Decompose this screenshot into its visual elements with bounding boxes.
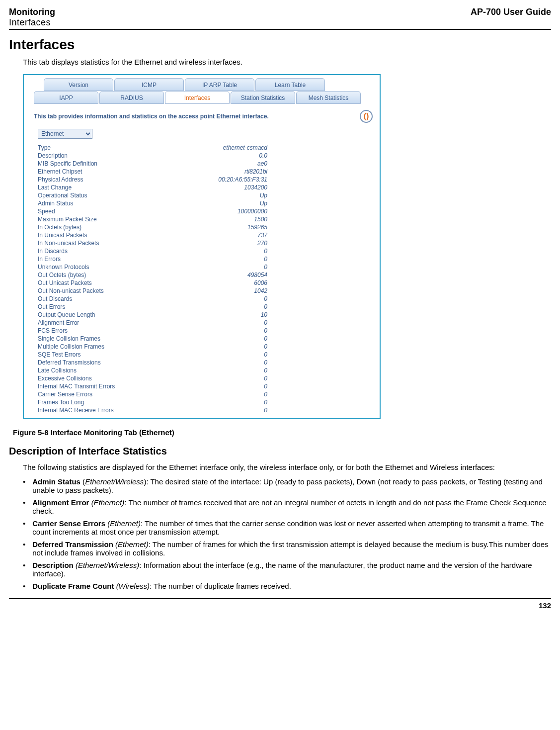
stat-row: Maximum Packet Size1500 [38, 215, 271, 223]
term: Description [32, 561, 74, 569]
list-item: Duplicate Frame Count (Wireless): The nu… [23, 582, 551, 590]
section-intro: This tab displays statistics for the Eth… [23, 58, 551, 66]
tab-description: This tab provides information and statis… [34, 113, 360, 120]
stat-row: Out Unicast Packets6006 [38, 279, 271, 287]
tab-row-2: IAPP RADIUS Interfaces Station Statistic… [24, 91, 380, 104]
tab-interfaces[interactable]: Interfaces [165, 91, 230, 104]
term: Alignment Error [32, 498, 89, 507]
bullet-list: Admin Status (Ethernet/Wireless): The de… [23, 477, 551, 590]
stat-row: Speed100000000 [38, 207, 271, 215]
header-right: AP-700 User Guide [471, 7, 551, 17]
stat-row: MIB Specific Definitionae0 [38, 160, 271, 168]
scope: (Ethernet) [91, 498, 125, 507]
stat-row: Unknown Protocols0 [38, 263, 271, 271]
stat-row: FCS Errors0 [38, 327, 271, 335]
subheading: Description of Interface Statistics [9, 446, 551, 457]
stat-row: Description0.0 [38, 152, 271, 160]
section-title: Interfaces [9, 37, 551, 53]
header-left-1: Monitoring [9, 7, 55, 17]
stat-row: Physical Address00:20:A6:55:F3:31 [38, 176, 271, 183]
list-item: Carrier Sense Errors (Ethernet): The num… [23, 519, 551, 536]
stat-row: In Non-unicast Packets270 [38, 239, 271, 247]
help-icon[interactable]: () [360, 110, 373, 123]
tab-radius[interactable]: RADIUS [99, 91, 164, 104]
term: Admin Status [32, 477, 80, 486]
interface-select[interactable]: Ethernet [38, 129, 92, 139]
stat-row: Out Errors0 [38, 303, 271, 311]
page-header: Monitoring Interfaces AP-700 User Guide [9, 7, 551, 30]
bullet-text: : The number of duplicate frames receive… [150, 582, 291, 590]
scope: (Wireless) [116, 582, 150, 590]
scope: (Ethernet/Wireless) [76, 561, 139, 569]
stat-row: Last Change1034200 [38, 183, 271, 191]
list-item: Deferred Transmission (Ethernet): The nu… [23, 540, 551, 557]
tab-mesh-statistics[interactable]: Mesh Statistics [296, 91, 361, 104]
tab-learn-table[interactable]: Learn Table [255, 78, 325, 91]
screenshot-panel: Version ICMP IP ARP Table Learn Table IA… [23, 74, 381, 419]
stat-row: In Unicast Packets737 [38, 231, 271, 239]
stat-row: Alignment Error0 [38, 319, 271, 327]
tab-ip-arp-table[interactable]: IP ARP Table [185, 78, 254, 91]
page-number: 132 [539, 601, 551, 610]
header-left-2: Interfaces [9, 17, 55, 28]
stat-row: Admin StatusUp [38, 199, 271, 207]
stat-row: Frames Too Long0 [38, 398, 271, 406]
tab-row-1: Version ICMP IP ARP Table Learn Table [24, 75, 380, 91]
scope: Ethernet/Wireless [85, 477, 144, 486]
tab-icmp[interactable]: ICMP [114, 78, 184, 91]
stat-row: Ethernet Chipsetrtl8201bl [38, 168, 271, 176]
stat-row: Carrier Sense Errors0 [38, 390, 271, 398]
list-item: Description (Ethernet/Wireless): Informa… [23, 561, 551, 578]
stat-row: In Discards0 [38, 247, 271, 255]
list-item: Admin Status (Ethernet/Wireless): The de… [23, 477, 551, 494]
stat-row: Out Octets (bytes)498054 [38, 271, 271, 279]
term: Duplicate Frame Count [32, 582, 114, 590]
page-footer: 132 [9, 598, 551, 610]
stat-row: Typeethernet-csmacd [38, 144, 271, 152]
tab-version[interactable]: Version [44, 78, 113, 91]
tab-iapp[interactable]: IAPP [34, 91, 98, 104]
stat-row: Single Collision Frames0 [38, 335, 271, 343]
stat-row: Operational StatusUp [38, 191, 271, 199]
stat-row: Late Collisions0 [38, 366, 271, 374]
stat-row: Out Discards0 [38, 295, 271, 303]
stat-row: Internal MAC Transmit Errors0 [38, 382, 271, 390]
stat-row: Deferred Transmissions0 [38, 359, 271, 366]
stat-row: In Errors0 [38, 255, 271, 263]
stat-row: Output Queue Length10 [38, 311, 271, 319]
list-item: Alignment Error (Ethernet): The number o… [23, 498, 551, 515]
stat-row: Out Non-unicast Packets1042 [38, 287, 271, 295]
stat-row: Internal MAC Receive Errors0 [38, 406, 271, 414]
stats-table: Typeethernet-csmacd Description0.0 MIB S… [38, 144, 271, 414]
stat-row: In Octets (bytes)159265 [38, 223, 271, 231]
figure-caption: Figure 5-8 Interface Monitoring Tab (Eth… [13, 428, 551, 437]
stat-row: SQE Test Errors0 [38, 351, 271, 359]
sub-intro: The following statistics are displayed f… [23, 463, 551, 471]
tab-station-statistics[interactable]: Station Statistics [231, 91, 295, 104]
scope: (Ethernet) [115, 540, 149, 548]
term: Carrier Sense Errors [32, 519, 105, 528]
stat-row: Excessive Collisions0 [38, 374, 271, 382]
stat-row: Multiple Collision Frames0 [38, 343, 271, 351]
scope: (Ethernet) [107, 519, 141, 528]
term: Deferred Transmission [32, 540, 113, 548]
